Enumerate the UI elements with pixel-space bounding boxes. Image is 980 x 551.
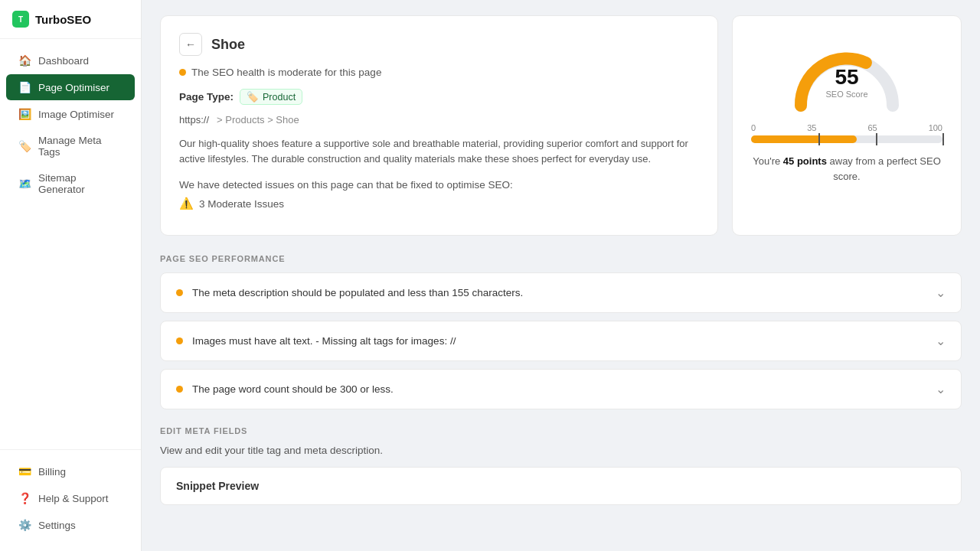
sidebar-item-dashboard[interactable]: 🏠Dashboard (6, 47, 135, 73)
page-type-label: Page Type: (179, 91, 234, 103)
sidebar-label-help-support: Help & Support (38, 493, 109, 504)
edit-meta-description: View and edit your title tag and meta de… (160, 445, 962, 456)
sidebar-label-manage-meta-tags: Manage Meta Tags (38, 135, 122, 158)
page-type-value: Product (263, 92, 296, 103)
perf-dot-icon-2 (176, 386, 183, 393)
perf-item-text-1: Images must have alt text. - Missing alt… (192, 335, 456, 347)
status-dot-icon (179, 69, 186, 76)
sidebar-item-image-optimiser[interactable]: 🖼️Image Optimiser (6, 101, 135, 127)
perf-dot-icon-0 (176, 289, 183, 296)
page-optimiser-icon: 📄 (18, 81, 31, 93)
issues-section: We have detected issues on this page can… (179, 179, 699, 210)
app-name: TurboSEO (35, 13, 91, 26)
sidebar-label-dashboard: Dashboard (38, 55, 89, 67)
sidebar-item-billing[interactable]: 💳Billing (6, 458, 135, 484)
gauge-container: 55 SEO Score (786, 33, 908, 109)
gauge-score: 55 SEO Score (825, 67, 867, 99)
card-header: ← Shoe (179, 33, 699, 56)
help-support-icon: ❓ (18, 492, 31, 504)
bar-marker-65 (876, 133, 877, 145)
perf-item-left-2: The page word count should be 300 or les… (176, 383, 394, 395)
billing-icon: 💳 (18, 465, 31, 478)
perf-item-text-0: The meta description should be populated… (192, 287, 523, 298)
perf-item-left-1: Images must have alt text. - Missing alt… (176, 335, 456, 347)
back-button[interactable]: ← (179, 33, 202, 56)
perf-item-1[interactable]: Images must have alt text. - Missing alt… (160, 321, 962, 361)
issue-badge: ⚠️ 3 Moderate Issues (179, 197, 699, 210)
snippet-preview-title: Snippet Preview (176, 480, 259, 492)
score-msg-suffix: away from a perfect SEO score. (827, 155, 941, 182)
image-optimiser-icon: 🖼️ (18, 108, 31, 120)
tag-icon: 🏷️ (247, 91, 259, 103)
app-logo: T TurboSEO (0, 0, 141, 39)
perf-dot-icon-1 (176, 337, 183, 344)
edit-meta-section-label: EDIT META FIELDS (160, 426, 962, 435)
score-msg-prefix: You're (753, 155, 783, 167)
page-url: https:// (179, 114, 209, 126)
chevron-down-icon-2: ⌄ (936, 382, 946, 396)
perf-item-left-0: The meta description should be populated… (176, 287, 523, 298)
score-bar-fill (751, 135, 857, 143)
performance-items: The meta description should be populated… (160, 272, 962, 409)
status-indicator: The SEO health is moderate for this page (179, 67, 699, 78)
score-bar-container: 0 35 65 100 (751, 123, 942, 143)
page-title: Shoe (211, 37, 245, 53)
status-message: The SEO health is moderate for this page (191, 67, 381, 78)
score-number: 55 (825, 67, 867, 88)
sidebar-label-page-optimiser: Page Optimiser (38, 82, 109, 93)
perf-item-2[interactable]: The page word count should be 300 or les… (160, 369, 962, 409)
score-label: SEO Score (825, 90, 867, 99)
score-message: You're 45 points away from a perfect SEO… (751, 154, 942, 184)
bar-marker-35 (818, 133, 820, 145)
manage-meta-tags-icon: 🏷️ (18, 140, 31, 152)
score-points-away: 45 points (783, 155, 827, 167)
logo-icon: T (12, 11, 29, 28)
sidebar-bottom: 💳Billing❓Help & Support⚙️Settings (0, 449, 141, 551)
sidebar-label-image-optimiser: Image Optimiser (38, 109, 114, 120)
main-content: ← Shoe The SEO health is moderate for th… (142, 0, 980, 551)
sidebar: T TurboSEO 🏠Dashboard📄Page Optimiser🖼️Im… (0, 0, 142, 551)
url-row: https:// > Products > Shoe (179, 114, 699, 126)
sidebar-nav: 🏠Dashboard📄Page Optimiser🖼️Image Optimis… (0, 39, 141, 449)
bar-label-100: 100 (929, 123, 942, 132)
sidebar-item-help-support[interactable]: ❓Help & Support (6, 485, 135, 511)
chevron-down-icon-0: ⌄ (936, 285, 946, 300)
breadcrumb: > Products > Shoe (217, 114, 299, 126)
page-description: Our high-quality shoes feature a support… (179, 136, 699, 167)
score-bar-track (751, 135, 942, 143)
sidebar-item-page-optimiser[interactable]: 📄Page Optimiser (6, 74, 135, 100)
score-card: 55 SEO Score 0 35 65 100 (732, 15, 962, 236)
sidebar-label-billing: Billing (38, 466, 66, 478)
chevron-down-icon-1: ⌄ (936, 334, 946, 348)
page-type-row: Page Type: 🏷️ Product (179, 89, 699, 105)
page-info-card: ← Shoe The SEO health is moderate for th… (160, 15, 718, 236)
sidebar-item-settings[interactable]: ⚙️Settings (6, 512, 135, 538)
perf-item-0[interactable]: The meta description should be populated… (160, 272, 962, 313)
sidebar-item-sitemap-generator[interactable]: 🗺️Sitemap Generator (6, 165, 135, 202)
bar-label-0: 0 (751, 123, 756, 132)
sidebar-label-sitemap-generator: Sitemap Generator (38, 172, 122, 195)
issues-badge-text: 3 Moderate Issues (199, 198, 284, 210)
sidebar-item-manage-meta-tags[interactable]: 🏷️Manage Meta Tags (6, 128, 135, 165)
page-type-badge: 🏷️ Product (240, 89, 302, 105)
snippet-preview-card: Snippet Preview (160, 467, 962, 505)
warning-icon: ⚠️ (179, 197, 194, 210)
bar-marker-100 (942, 133, 944, 145)
dashboard-icon: 🏠 (18, 54, 31, 67)
issues-intro: We have detected issues on this page can… (179, 179, 513, 191)
perf-item-text-2: The page word count should be 300 or les… (192, 383, 394, 395)
settings-icon: ⚙️ (18, 519, 31, 531)
edit-meta-section: EDIT META FIELDS View and edit your titl… (160, 426, 962, 505)
page-top-section: ← Shoe The SEO health is moderate for th… (160, 15, 962, 236)
sidebar-label-settings: Settings (38, 520, 76, 531)
performance-section-label: PAGE SEO PERFORMANCE (160, 254, 962, 263)
sitemap-generator-icon: 🗺️ (18, 178, 31, 190)
